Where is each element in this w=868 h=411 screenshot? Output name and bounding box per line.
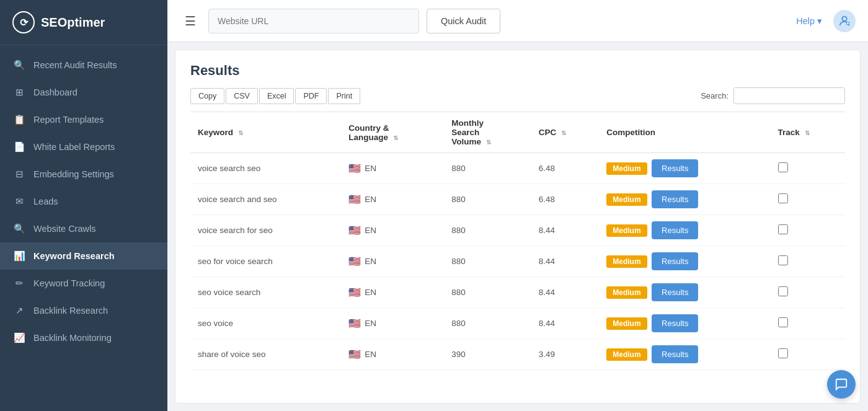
sidebar-item-leads[interactable]: ✉Leads: [0, 188, 167, 215]
sidebar-label-keyword-research: Keyword Research: [33, 251, 115, 261]
cell-country: 🇺🇸EN: [341, 215, 444, 246]
cell-keyword: seo voice search: [190, 277, 341, 308]
topbar: ☰ Quick Audit Help ▾: [167, 0, 868, 42]
sidebar-item-keyword-research[interactable]: 📊Keyword Research: [0, 242, 167, 270]
competition-results-button[interactable]: Results: [652, 159, 698, 177]
cell-country: 🇺🇸EN: [341, 184, 444, 215]
cell-msv: 880: [444, 215, 531, 246]
sort-icon-msv: ⇅: [486, 139, 491, 146]
app-logo[interactable]: ⟳ SEOptimer: [0, 0, 167, 45]
competition-badge: Medium: [606, 224, 647, 237]
sidebar-item-dashboard[interactable]: ⊞Dashboard: [0, 79, 167, 106]
cell-keyword: voice search and seo: [190, 184, 341, 215]
export-excel-button[interactable]: Excel: [259, 88, 294, 104]
cell-track: [771, 215, 845, 246]
competition-results-button[interactable]: Results: [652, 314, 698, 332]
competition-results-button[interactable]: Results: [652, 190, 698, 208]
cell-keyword: voice search seo: [190, 153, 341, 184]
flag-icon: 🇺🇸: [348, 348, 361, 360]
sidebar-item-website-crawls[interactable]: 🔍Website Crawls: [0, 215, 167, 242]
help-button[interactable]: Help ▾: [796, 16, 822, 26]
white-label-icon: 📄: [14, 141, 25, 152]
flag-icon: 🇺🇸: [348, 255, 361, 267]
search-input[interactable]: [733, 87, 845, 104]
export-csv-button[interactable]: CSV: [226, 88, 258, 104]
url-input[interactable]: [208, 9, 419, 33]
keyword-tracking-icon: ✏: [14, 278, 25, 289]
competition-results-button[interactable]: Results: [652, 221, 698, 239]
cell-track: [771, 184, 845, 215]
sidebar-item-report-templates[interactable]: 📋Report Templates: [0, 106, 167, 133]
sidebar-item-backlink-research[interactable]: ↗Backlink Research: [0, 297, 167, 324]
table-row: seo voice search🇺🇸EN8808.44Medium Result…: [190, 277, 845, 308]
results-title: Results: [190, 63, 845, 79]
sidebar-label-recent-audit: Recent Audit Results: [33, 60, 117, 70]
dashboard-icon: ⊞: [14, 87, 25, 98]
export-pdf-button[interactable]: PDF: [295, 88, 327, 104]
help-chevron-icon: ▾: [817, 16, 822, 26]
hamburger-button[interactable]: ☰: [180, 11, 201, 31]
cell-track: [771, 339, 845, 370]
language-label: EN: [365, 164, 376, 173]
table-header-row: Keyword ⇅ Country &Language ⇅ MonthlySea…: [190, 112, 845, 153]
export-copy-button[interactable]: Copy: [190, 88, 224, 104]
col-competition[interactable]: Competition: [599, 112, 770, 153]
cell-msv: 880: [444, 308, 531, 339]
cell-country: 🇺🇸EN: [341, 153, 444, 184]
cell-competition: Medium Results: [599, 246, 770, 277]
cell-competition: Medium Results: [599, 308, 770, 339]
track-checkbox[interactable]: [778, 317, 788, 327]
chat-bubble[interactable]: [827, 370, 856, 399]
table-row: voice search and seo🇺🇸EN8806.48Medium Re…: [190, 184, 845, 215]
table-controls: CopyCSVExcelPDFPrint Search:: [190, 87, 845, 104]
flag-icon: 🇺🇸: [348, 317, 361, 329]
cell-track: [771, 153, 845, 184]
user-avatar[interactable]: [833, 10, 856, 32]
col-track[interactable]: Track ⇅: [771, 112, 845, 153]
logo-icon: ⟳: [12, 11, 35, 33]
track-checkbox[interactable]: [778, 348, 788, 358]
track-checkbox[interactable]: [778, 255, 788, 265]
help-label: Help: [796, 16, 815, 26]
cell-cpc: 8.44: [531, 246, 600, 277]
competition-results-button[interactable]: Results: [652, 252, 698, 270]
table-row: seo for voice search🇺🇸EN8808.44Medium Re…: [190, 246, 845, 277]
cell-keyword: share of voice seo: [190, 339, 341, 370]
language-label: EN: [365, 195, 376, 204]
cell-cpc: 6.48: [531, 184, 600, 215]
sidebar-label-dashboard: Dashboard: [33, 87, 78, 97]
cell-competition: Medium Results: [599, 184, 770, 215]
sidebar-item-keyword-tracking[interactable]: ✏Keyword Tracking: [0, 270, 167, 297]
cell-msv: 880: [444, 246, 531, 277]
track-checkbox[interactable]: [778, 162, 788, 172]
sidebar-item-backlink-monitoring[interactable]: 📈Backlink Monitoring: [0, 324, 167, 351]
cell-cpc: 8.44: [531, 215, 600, 246]
sidebar-item-recent-audit[interactable]: 🔍Recent Audit Results: [0, 51, 167, 79]
col-cpc[interactable]: CPC ⇅: [531, 112, 600, 153]
cell-competition: Medium Results: [599, 277, 770, 308]
sidebar-label-embedding: Embedding Settings: [33, 169, 114, 179]
topbar-right: Help ▾: [796, 10, 856, 32]
sidebar-item-white-label[interactable]: 📄White Label Reports: [0, 133, 167, 161]
backlink-monitoring-icon: 📈: [14, 332, 25, 343]
track-checkbox[interactable]: [778, 193, 788, 203]
sidebar-item-embedding[interactable]: ⊟Embedding Settings: [0, 161, 167, 188]
competition-badge: Medium: [606, 193, 647, 206]
competition-results-button[interactable]: Results: [652, 283, 698, 301]
sort-icon-track: ⇅: [805, 130, 810, 136]
track-checkbox[interactable]: [778, 224, 788, 234]
search-area: Search:: [701, 87, 845, 104]
col-monthly-search[interactable]: MonthlySearchVolume ⇅: [444, 112, 531, 153]
export-print-button[interactable]: Print: [328, 88, 360, 104]
main-area: ☰ Quick Audit Help ▾ Results CopyCSVE: [167, 0, 868, 411]
track-checkbox[interactable]: [778, 286, 788, 296]
competition-results-button[interactable]: Results: [652, 345, 698, 363]
col-keyword[interactable]: Keyword ⇅: [190, 112, 341, 153]
quick-audit-button[interactable]: Quick Audit: [427, 9, 500, 33]
search-label: Search:: [701, 91, 728, 100]
cell-cpc: 6.48: [531, 153, 600, 184]
cell-competition: Medium Results: [599, 339, 770, 370]
table-row: voice search for seo🇺🇸EN8808.44Medium Re…: [190, 215, 845, 246]
content-area: Results CopyCSVExcelPDFPrint Search: Key…: [175, 50, 861, 404]
col-country-language[interactable]: Country &Language ⇅: [341, 112, 444, 153]
